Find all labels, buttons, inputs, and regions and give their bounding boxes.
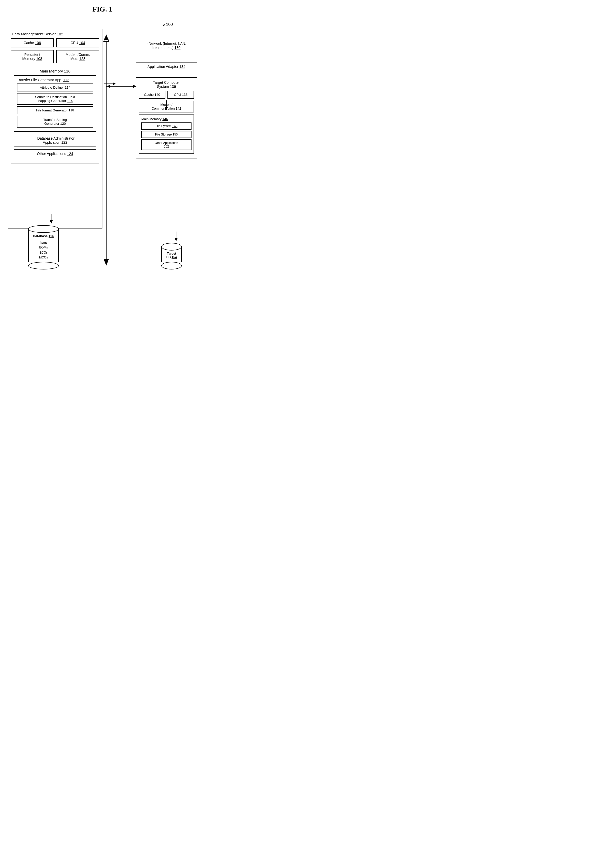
other-application-152: Other Application152 [141, 139, 192, 150]
tcs-mm-title: Main Memory 146 [141, 117, 192, 121]
file-system-148: File System 148 [141, 122, 192, 130]
tcs-cpu-138: CPU 138 [167, 91, 194, 99]
application-adapter-134: Application Adapter 134 [136, 62, 197, 71]
dms-title: Data Management Server 102 [11, 32, 99, 36]
data-management-server-box: Data Management Server 102 Cache 106 CPU… [8, 29, 102, 229]
svg-marker-14 [175, 238, 178, 241]
target-db-154: TargetDB 154 [161, 232, 182, 270]
svg-marker-2 [104, 35, 109, 40]
main-memory-title: Main Memory 110 [14, 69, 96, 73]
transfer-setting-120: Transfer SettingGenerator 120 [17, 116, 93, 128]
tcs-hw-row-1: Cache 140 CPU 138 [139, 91, 194, 99]
svg-marker-7 [107, 85, 110, 88]
target-computer-system-136: Target ComputerSystem 136 Cache 140 CPU … [136, 77, 197, 159]
persistent-memory-108-box: PersistentMemory 108 [11, 50, 54, 63]
transfer-file-generator-box: Transfer File Generator App. 112 Attribu… [14, 75, 96, 132]
hardware-row-1: Cache 106 CPU 104 [11, 38, 99, 47]
cache-106-box: Cache 106 [11, 38, 54, 47]
file-format-118: File format Generator 118 [17, 106, 93, 114]
main-memory-110-box: Main Memory 110 Transfer File Generator … [11, 66, 99, 163]
tcs-title: Target ComputerSystem 136 [139, 81, 194, 88]
attribute-definer-114: Attribute Definer 114 [17, 84, 93, 92]
cpu-104-box: CPU 104 [56, 38, 99, 47]
file-storage-150: File Storage 150 [141, 131, 192, 138]
source-destination-116: Source to Destination FieldMapping Gener… [17, 93, 93, 105]
tcs-modem-142: Modem/Communication 142 [139, 101, 194, 113]
hardware-row-2: PersistentMemory 108 Modem/Comm.Mod. 128 [11, 50, 99, 63]
tcs-main-memory-146: Main Memory 146 File System 148 File Sto… [139, 114, 194, 154]
svg-marker-3 [104, 259, 109, 265]
network-label: · Network (Internet, LAN,Internet, etc.)… [136, 41, 197, 50]
ref-100-label: ↙100 [163, 22, 173, 27]
page-title: FIG. 1 [5, 5, 200, 13]
svg-marker-5 [113, 82, 116, 85]
db-admin-122: ' Database AdministratorApplication 122 [14, 134, 96, 147]
database-126: Database 126 ItemsBOMsECOsMCOs [28, 214, 59, 270]
other-applications-124: Other Applications 124 [14, 149, 96, 158]
modem-comm-128-box: Modem/Comm.Mod. 128 [56, 50, 99, 63]
svg-marker-12 [50, 220, 53, 224]
tfg-title: Transfer File Generator App. 112 [17, 78, 93, 82]
tcs-cache-140: Cache 140 [139, 91, 166, 99]
svg-marker-1 [104, 35, 109, 41]
